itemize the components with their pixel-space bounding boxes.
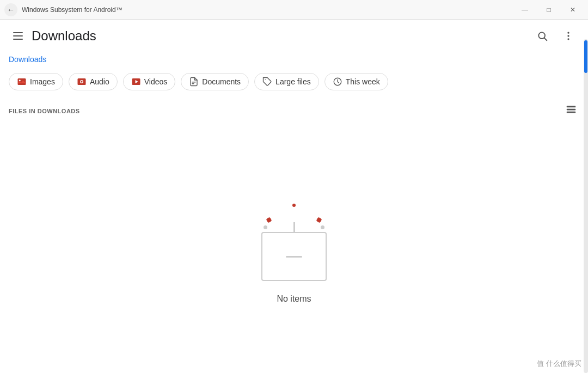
box-line xyxy=(286,256,302,258)
hamburger-line-3 xyxy=(13,39,23,40)
filter-audio[interactable]: Audio xyxy=(69,73,118,90)
search-button[interactable] xyxy=(531,25,553,47)
breadcrumb-link[interactable]: Downloads xyxy=(9,55,46,64)
svg-rect-19 xyxy=(567,112,576,113)
minimize-button[interactable]: — xyxy=(514,2,536,17)
maximize-button[interactable]: □ xyxy=(538,2,560,17)
hamburger-icon xyxy=(13,32,23,40)
svg-line-1 xyxy=(544,38,547,41)
clock-icon xyxy=(333,77,342,87)
filter-documents[interactable]: Documents xyxy=(181,73,249,90)
svg-rect-18 xyxy=(567,109,576,111)
back-button[interactable]: ← xyxy=(4,3,17,16)
videos-label: Videos xyxy=(144,77,168,86)
more-vert-icon xyxy=(563,30,574,41)
svg-point-3 xyxy=(567,35,569,36)
scrollbar-thumb xyxy=(584,40,587,73)
videos-icon xyxy=(131,77,141,87)
hamburger-line-1 xyxy=(13,32,23,33)
dot-top xyxy=(292,204,296,207)
titlebar: ← Windows Subsystem for Android™ — □ ✕ xyxy=(0,0,588,20)
svg-point-4 xyxy=(567,38,569,40)
tag-icon xyxy=(262,77,272,87)
documents-label: Documents xyxy=(202,77,241,86)
menu-button[interactable] xyxy=(9,28,27,44)
back-icon: ← xyxy=(7,5,15,14)
hamburger-line-2 xyxy=(13,35,23,36)
watermark: 值 什么值得买 xyxy=(537,359,581,369)
filter-bar: Images Audio Videos xyxy=(0,69,588,97)
images-label: Images xyxy=(30,77,55,86)
svg-point-7 xyxy=(19,80,21,81)
section-title: FILES IN DOWNLOADS xyxy=(9,108,80,114)
download-box xyxy=(261,232,327,281)
audio-icon xyxy=(77,77,87,87)
search-icon xyxy=(537,30,548,41)
close-button[interactable]: ✕ xyxy=(562,2,584,17)
svg-point-10 xyxy=(81,81,82,83)
content-area: No items xyxy=(0,125,588,373)
dot-left xyxy=(266,217,272,223)
header-actions xyxy=(531,25,579,47)
empty-state-text: No items xyxy=(277,294,311,304)
audio-label: Audio xyxy=(90,77,109,86)
images-icon xyxy=(17,77,27,87)
list-view-icon xyxy=(565,103,577,115)
scrollbar[interactable] xyxy=(584,39,588,373)
svg-point-2 xyxy=(567,32,569,34)
large-files-label: Large files xyxy=(275,77,311,86)
svg-rect-5 xyxy=(18,78,26,85)
window-controls: — □ ✕ xyxy=(514,2,584,17)
section-header: FILES IN DOWNLOADS xyxy=(0,97,588,125)
dot-right xyxy=(316,217,322,223)
breadcrumb: Downloads xyxy=(0,52,588,69)
filter-this-week[interactable]: This week xyxy=(324,73,388,90)
list-view-button[interactable] xyxy=(563,101,579,120)
this-week-label: This week xyxy=(346,77,380,86)
filter-videos[interactable]: Videos xyxy=(123,73,176,90)
filter-large-files[interactable]: Large files xyxy=(254,73,319,90)
app-window: Downloads Downloads xyxy=(0,20,588,373)
dot-bottom-right xyxy=(321,225,324,229)
dot-bottom-left xyxy=(264,225,267,229)
app-header: Downloads xyxy=(0,20,588,52)
titlebar-title: Windows Subsystem for Android™ xyxy=(22,6,514,14)
documents-icon xyxy=(189,77,199,87)
arrow-shaft xyxy=(293,222,295,233)
svg-rect-17 xyxy=(567,106,576,108)
filter-images[interactable]: Images xyxy=(9,73,63,90)
more-button[interactable] xyxy=(558,25,579,47)
page-title: Downloads xyxy=(32,28,531,44)
empty-illustration xyxy=(256,194,332,281)
